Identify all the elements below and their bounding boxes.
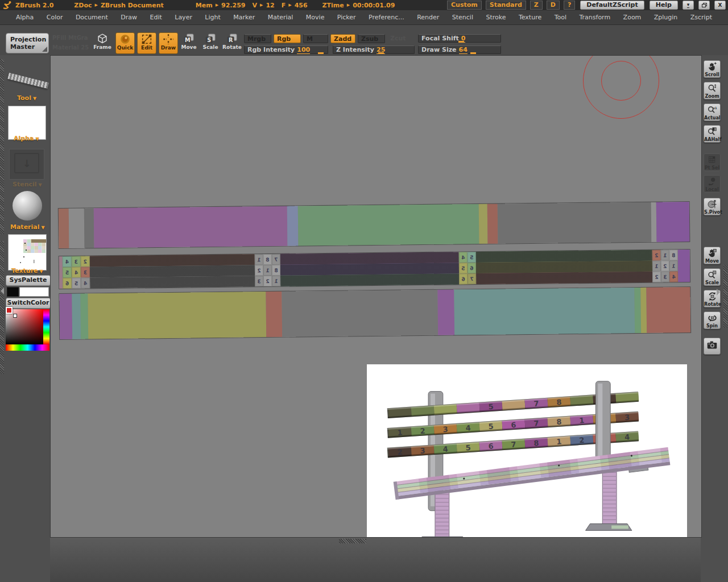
hue-strip-vertical[interactable]	[43, 309, 49, 344]
rgb-mode-button[interactable]: Rgb	[274, 34, 301, 43]
texture-segment	[282, 290, 438, 337]
standard-button[interactable]: Standard	[486, 1, 526, 10]
zoom-button[interactable]: Zoom	[704, 82, 721, 99]
default-zscript-button[interactable]: DefaultZScript	[580, 1, 644, 10]
zdoc-label: ZDoc	[74, 2, 92, 9]
mrgb-mode-button[interactable]: Mrgb	[244, 34, 271, 43]
menu-preferenc[interactable]: Preferenc...	[367, 13, 406, 22]
secondary-color-swatch[interactable]	[19, 287, 49, 297]
z-intensity-slider[interactable]: Z Intensity25	[333, 45, 415, 54]
picker-marker	[13, 314, 17, 318]
menu-edit[interactable]: Edit	[149, 13, 163, 22]
number-tile: 2	[263, 276, 272, 286]
restore-button[interactable]	[698, 1, 710, 10]
hue-strip-horizontal[interactable]	[6, 344, 49, 351]
custom-button[interactable]: Custom	[447, 1, 482, 10]
menu-stroke[interactable]: Stroke	[485, 13, 507, 22]
plank-row	[280, 273, 459, 286]
right-tray-collapse-arrow-icon[interactable]	[717, 289, 720, 296]
texture-palette-label[interactable]: Texture▼	[11, 267, 43, 275]
quick-tool-button[interactable]: Quick	[115, 32, 135, 54]
material-thumbnail[interactable]	[13, 191, 42, 221]
button-label: Rotate	[704, 302, 720, 307]
color-picker[interactable]	[6, 307, 49, 351]
texture-number-tiles: 187218321	[255, 254, 281, 286]
menu-texture[interactable]: Texture	[518, 13, 543, 22]
zsub-mode-button[interactable]: Zsub	[358, 34, 385, 43]
minimize-button[interactable]: ▾	[682, 1, 694, 10]
scale-canvas-button[interactable]: Scale	[704, 268, 721, 286]
texture-number-tiles: 455667	[459, 252, 477, 284]
right-tray-divider[interactable]	[723, 265, 727, 328]
focal-shift-slider[interactable]: Focal Shift0	[418, 34, 501, 43]
texture-segment	[479, 204, 488, 244]
scale-magnifier-icon	[707, 269, 718, 280]
menu-stencil[interactable]: Stencil	[451, 13, 474, 22]
spin-canvas-button[interactable]: Spin	[704, 311, 721, 329]
texture-segment	[80, 293, 88, 339]
left-tray-divider[interactable]	[0, 241, 4, 374]
number-tile: 4	[459, 252, 468, 263]
menu-alpha[interactable]: Alpha	[15, 13, 35, 22]
menu-zoom[interactable]: Zoom	[622, 13, 643, 22]
d-button[interactable]: D	[547, 1, 560, 10]
syspalette-button[interactable]: SysPalette	[6, 275, 51, 286]
aahalf-button[interactable]: AAHalf	[704, 125, 721, 143]
left-tray-divider[interactable]	[0, 59, 4, 234]
number-tile: 8	[263, 254, 272, 265]
alpha-palette-label[interactable]: Alpha▼	[14, 135, 39, 142]
projection-master-button[interactable]: Projection Master	[6, 33, 49, 53]
scroll-button[interactable]: Scroll	[704, 60, 721, 78]
canvas[interactable]: 432543654187218321455667218121234 578212…	[50, 55, 702, 538]
close-button[interactable]: X	[714, 1, 726, 10]
menu-color[interactable]: Color	[46, 13, 64, 22]
zadd-mode-button[interactable]: Zadd	[330, 34, 355, 43]
stencil-thumbnail[interactable]: ↓	[9, 149, 44, 180]
scale-tool-button[interactable]: SScale	[201, 32, 220, 54]
menu-marker[interactable]: Marker	[232, 13, 256, 22]
menu-movie[interactable]: Movie	[305, 13, 326, 22]
rgb-intensity-slider[interactable]: Rgb Intensity100	[244, 45, 328, 54]
help-question-button[interactable]: ?	[564, 1, 575, 10]
actual-button[interactable]: x1Actual	[704, 103, 721, 121]
menu-document[interactable]: Document	[75, 13, 109, 22]
number-tile: 4	[63, 256, 72, 267]
menu-draw[interactable]: Draw	[119, 13, 138, 22]
button-label: Actual	[704, 115, 720, 120]
menu-tool[interactable]: Tool	[553, 13, 568, 22]
button-label: Pt Sel	[704, 165, 720, 171]
tool-palette-label[interactable]: Tool▼	[17, 94, 36, 102]
tool-thumbnail[interactable]	[8, 64, 44, 91]
help-button[interactable]: Help	[650, 1, 678, 10]
material-palette-label[interactable]: Material▼	[10, 223, 45, 231]
menu-transform[interactable]: Transform	[578, 13, 611, 22]
number-tile: 1	[669, 260, 678, 271]
main-color-swatch[interactable]	[7, 287, 19, 297]
menu-zscript[interactable]: Zscript	[689, 13, 713, 22]
texture-thumbnail[interactable]	[8, 234, 47, 271]
v-value: 12	[266, 2, 274, 9]
z-button[interactable]: Z	[530, 1, 543, 10]
menu-render[interactable]: Render	[416, 13, 440, 22]
menu-picker[interactable]: Picker	[336, 13, 357, 22]
horizontal-scrollbar-thumb[interactable]	[339, 539, 366, 543]
snapshot-camera-button[interactable]	[704, 338, 721, 355]
texture-number-tiles: 432543654	[63, 256, 90, 289]
m-mode-button[interactable]: M	[303, 34, 328, 43]
move-tool-button[interactable]: MMove	[179, 32, 198, 54]
saturation-value-gradient[interactable]	[6, 309, 43, 344]
button-label: Move	[704, 259, 720, 264]
frame-tool-button[interactable]: Frame	[93, 32, 112, 54]
menu-zplugin[interactable]: Zplugin	[653, 13, 679, 22]
left-tray-collapse-arrow-icon[interactable]	[1, 288, 4, 294]
edit-tool-button[interactable]: Edit	[137, 32, 156, 54]
menu-light[interactable]: Light	[204, 13, 221, 22]
menu-layer[interactable]: Layer	[173, 13, 193, 22]
draw-size-slider[interactable]: Draw Size64	[418, 45, 501, 54]
spivot-button[interactable]: S.Pivot	[704, 198, 721, 215]
menu-material[interactable]: Material	[267, 13, 295, 22]
rotate-tool-button[interactable]: RRotate	[222, 32, 242, 54]
button-label: Zoom	[704, 94, 720, 99]
draw-tool-button[interactable]: Draw	[159, 32, 178, 54]
move-canvas-button[interactable]: Move	[704, 247, 721, 264]
